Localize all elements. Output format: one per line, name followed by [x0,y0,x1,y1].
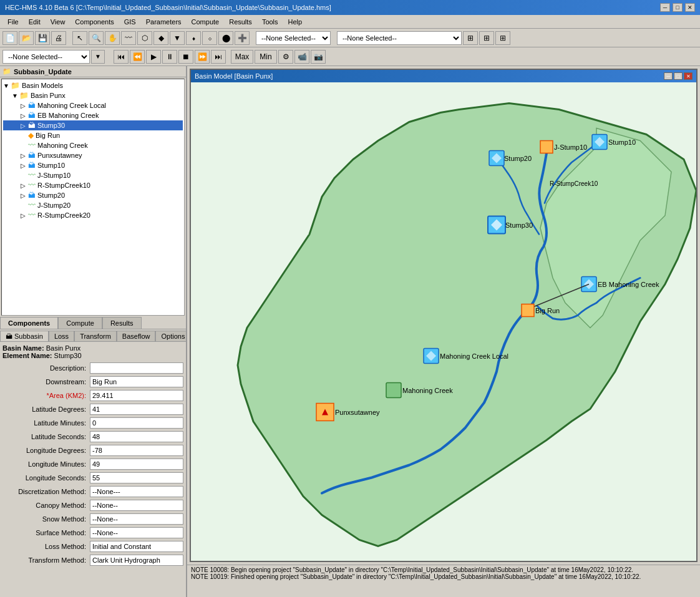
print-button[interactable]: 🖨 [51,31,66,45]
description-input[interactable] [90,362,183,374]
zoom-in-tool[interactable]: 🔍 [89,31,104,45]
settings-button[interactable]: ⚙ [278,50,293,64]
tree-item-stump30[interactable]: ▷ 🏔 Stump30 [3,120,183,130]
menu-tools[interactable]: Tools [257,17,283,27]
lat-min-input[interactable] [90,417,183,429]
tree-item-basin-punx[interactable]: ▼ 📁 Basin Punx [3,90,183,100]
transform-input[interactable] [90,555,183,566]
play-button[interactable]: ▶ [146,50,161,64]
none-selected-dropdown1[interactable]: --None Selected-- [256,31,331,45]
ptab-loss[interactable]: Loss [49,331,74,341]
stop-button[interactable]: ⏹ [178,50,193,64]
basin-maximize[interactable]: □ [674,72,683,80]
basin-minimize[interactable]: ─ [664,72,673,80]
tab-compute[interactable]: Compute [58,317,102,329]
maximize-button[interactable]: □ [673,3,683,12]
min-button[interactable]: Min [255,50,277,64]
lon-min-input[interactable] [90,459,183,470]
open-button[interactable]: 📂 [19,31,34,45]
step-forward-button[interactable]: ⏩ [195,50,210,64]
video-button[interactable]: 📹 [294,50,309,64]
subbasin-icon: 🏔 [28,191,36,200]
run-selector[interactable]: --None Selected-- [2,50,90,64]
menu-results[interactable]: Results [224,17,257,27]
prop-description-row: Description: [2,362,183,374]
area-input[interactable] [90,390,183,401]
cursor-tool[interactable]: ↖ [72,31,87,45]
camera-button[interactable]: 📷 [311,50,326,64]
ptab-transform[interactable]: Transform [74,331,117,341]
basin-close[interactable]: ✕ [684,72,693,80]
prop-transform-row: Transform Method: [2,554,183,566]
lon-deg-input[interactable] [90,445,183,456]
max-button[interactable]: Max [231,50,253,64]
status-line2: NOTE 10019: Finished opening project "Su… [191,573,696,580]
menu-compute[interactable]: Compute [187,17,225,27]
tree-item-eb-mahoning[interactable]: ▷ 🏔 EB Mahoning Creek [3,110,183,120]
map-canvas[interactable]: Stump20 J-Stump10 Stump10 R-StumpCre [191,82,696,561]
source-tool[interactable]: ⬦ [202,31,217,45]
tab-results[interactable]: Results [102,317,142,329]
menu-view[interactable]: View [46,17,70,27]
menu-parameters[interactable]: Parameters [141,17,187,27]
close-button[interactable]: ✕ [685,3,695,12]
tree-item-big-run[interactable]: ◆ Big Run [3,130,183,140]
subbasin-icon: 🏔 [28,151,36,160]
tree-item-stump10[interactable]: ▷ 🏔 Stump10 [3,160,183,170]
add-button[interactable]: ➕ [235,31,250,45]
junction-tool[interactable]: ◆ [153,31,168,45]
pan-tool[interactable]: ✋ [105,31,120,45]
canopy-input[interactable] [90,500,183,511]
lat-sec-input[interactable] [90,431,183,442]
minimize-button[interactable]: ─ [660,3,670,12]
selector-expand-btn[interactable]: ▼ [91,50,105,64]
downstream-input[interactable] [90,376,183,387]
rewind-button[interactable]: ⏮ [114,50,129,64]
step-back-button[interactable]: ⏪ [130,50,145,64]
grid-btn1[interactable]: ⊞ [463,31,478,45]
tree-item-punxsutawney[interactable]: ▷ 🏔 Punxsutawney [3,150,183,160]
loss-input[interactable] [90,541,183,552]
ptab-baseflow[interactable]: Baseflow [117,331,156,341]
tree-label: Basin Punx [31,92,66,99]
surface-input[interactable] [90,527,183,538]
reach-tool[interactable]: 〰 [121,31,136,45]
tree-item-stump20[interactable]: ▷ 🏔 Stump20 [3,190,183,200]
reservoir-tool[interactable]: ⬤ [218,31,233,45]
menu-help[interactable]: Help [283,17,308,27]
lon-sec-input[interactable] [90,472,183,483]
tree-item-jstump20[interactable]: 〰 J-Stump20 [3,200,183,210]
diversion-tool[interactable]: ⬧ [186,31,201,45]
title-bar: HEC-HMS 4.10 Beta 6 [C:\Temp\Initial_Upd… [0,0,700,15]
menu-components[interactable]: Components [70,17,119,27]
tree-item-jstump10[interactable]: 〰 J-Stump10 [3,170,183,180]
tree-item-mahoning-creek-local[interactable]: ▷ 🏔 Mahoning Creek Local [3,100,183,110]
sink-tool[interactable]: ▼ [170,31,185,45]
grid-btn2[interactable]: ⊞ [479,31,494,45]
menu-gis[interactable]: GIS [119,17,141,27]
tree-item-mahoning-creek[interactable]: 〰 Mahoning Creek [3,140,183,150]
ptab-subbasin[interactable]: 🏔 Subbasin [0,331,49,341]
menu-edit[interactable]: Edit [24,17,46,27]
subbasin-tool[interactable]: ⬡ [137,31,152,45]
tree-label: Mahoning Creek Local [37,102,106,109]
basin-model-window: Basin Model [Basin Punx] ─ □ ✕ [190,69,698,562]
snow-input[interactable] [90,513,183,525]
prop-lat-deg-row: Latitude Degrees: [2,403,183,415]
new-button[interactable]: 📄 [2,31,17,45]
ptab-options[interactable]: Options [155,331,187,341]
save-button[interactable]: 💾 [35,31,50,45]
project-tree[interactable]: ▼ 📁 Basin Models ▼ 📁 Basin Punx ▷ 🏔 Maho… [1,79,185,316]
tree-item-rstumpcreek20[interactable]: ▷ 〰 R-StumpCreek20 [3,210,183,220]
tree-item-basin-models[interactable]: ▼ 📁 Basin Models [3,80,183,90]
menu-file[interactable]: File [2,17,24,27]
tree-item-rstumpcreek10[interactable]: ▷ 〰 R-StumpCreek10 [3,180,183,190]
discretization-input[interactable] [90,486,183,497]
tree-label: Big Run [36,132,60,139]
tab-components[interactable]: Components [0,317,58,329]
pause-button[interactable]: ⏸ [162,50,177,64]
lat-deg-input[interactable] [90,404,183,415]
fast-forward-button[interactable]: ⏭ [211,50,226,64]
grid-btn3[interactable]: ⊞ [495,31,510,45]
none-selected-dropdown2[interactable]: --None Selected-- [337,31,462,45]
